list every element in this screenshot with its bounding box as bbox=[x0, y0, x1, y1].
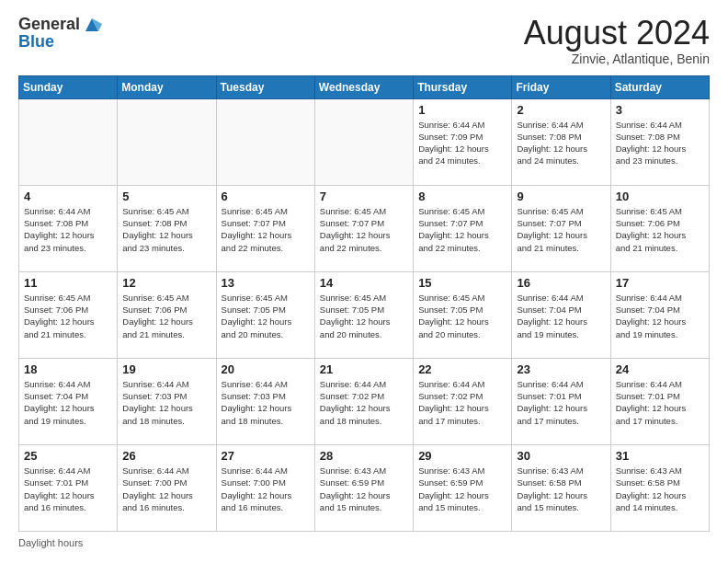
calendar-cell: 19Sunrise: 6:44 AM Sunset: 7:03 PM Dayli… bbox=[118, 358, 216, 444]
day-number: 10 bbox=[616, 190, 704, 203]
calendar-cell: 4Sunrise: 6:44 AM Sunset: 7:08 PM Daylig… bbox=[19, 185, 118, 271]
calendar-cell: 24Sunrise: 6:44 AM Sunset: 7:01 PM Dayli… bbox=[610, 358, 709, 444]
day-header-friday: Friday bbox=[512, 75, 610, 98]
week-row-4: 25Sunrise: 6:44 AM Sunset: 7:01 PM Dayli… bbox=[19, 444, 710, 531]
day-info: Sunrise: 6:44 AM Sunset: 7:04 PM Dayligh… bbox=[517, 292, 605, 340]
day-number: 1 bbox=[418, 103, 506, 117]
logo: General Blue bbox=[18, 15, 102, 52]
calendar-cell: 29Sunrise: 6:43 AM Sunset: 6:59 PM Dayli… bbox=[414, 444, 512, 531]
day-info: Sunrise: 6:43 AM Sunset: 6:58 PM Dayligh… bbox=[517, 465, 605, 513]
day-header-monday: Monday bbox=[118, 75, 216, 98]
day-info: Sunrise: 6:45 AM Sunset: 7:08 PM Dayligh… bbox=[122, 205, 210, 254]
day-number: 27 bbox=[222, 449, 310, 463]
day-info: Sunrise: 6:44 AM Sunset: 7:01 PM Dayligh… bbox=[517, 378, 605, 427]
day-info: Sunrise: 6:44 AM Sunset: 7:01 PM Dayligh… bbox=[24, 465, 112, 513]
calendar-cell: 27Sunrise: 6:44 AM Sunset: 7:00 PM Dayli… bbox=[216, 444, 314, 531]
week-row-1: 4Sunrise: 6:44 AM Sunset: 7:08 PM Daylig… bbox=[19, 185, 710, 271]
day-number: 21 bbox=[320, 362, 408, 376]
day-info: Sunrise: 6:44 AM Sunset: 7:04 PM Dayligh… bbox=[616, 292, 704, 340]
day-info: Sunrise: 6:45 AM Sunset: 7:06 PM Dayligh… bbox=[24, 292, 112, 340]
day-info: Sunrise: 6:44 AM Sunset: 7:08 PM Dayligh… bbox=[616, 119, 704, 167]
logo-icon bbox=[82, 15, 102, 35]
day-info: Sunrise: 6:44 AM Sunset: 7:01 PM Dayligh… bbox=[616, 378, 704, 427]
day-header-sunday: Sunday bbox=[19, 75, 118, 98]
calendar-cell: 22Sunrise: 6:44 AM Sunset: 7:02 PM Dayli… bbox=[414, 358, 512, 444]
calendar-cell: 23Sunrise: 6:44 AM Sunset: 7:01 PM Dayli… bbox=[512, 358, 610, 444]
day-number: 17 bbox=[616, 276, 704, 290]
day-number: 30 bbox=[517, 449, 605, 463]
day-number: 20 bbox=[222, 362, 310, 376]
calendar-cell: 21Sunrise: 6:44 AM Sunset: 7:02 PM Dayli… bbox=[314, 358, 413, 444]
day-number: 22 bbox=[418, 362, 506, 376]
calendar-cell: 2Sunrise: 6:44 AM Sunset: 7:08 PM Daylig… bbox=[512, 98, 610, 185]
day-info: Sunrise: 6:45 AM Sunset: 7:06 PM Dayligh… bbox=[616, 205, 704, 254]
day-number: 4 bbox=[24, 190, 112, 203]
day-info: Sunrise: 6:45 AM Sunset: 7:07 PM Dayligh… bbox=[222, 205, 310, 254]
footer-label: Daylight hours bbox=[18, 537, 83, 548]
day-number: 28 bbox=[320, 449, 408, 463]
day-info: Sunrise: 6:45 AM Sunset: 7:06 PM Dayligh… bbox=[122, 292, 210, 340]
day-info: Sunrise: 6:44 AM Sunset: 7:02 PM Dayligh… bbox=[418, 378, 506, 427]
calendar-cell bbox=[19, 98, 118, 185]
day-number: 11 bbox=[24, 276, 112, 290]
day-number: 16 bbox=[517, 276, 605, 290]
calendar-cell: 5Sunrise: 6:45 AM Sunset: 7:08 PM Daylig… bbox=[118, 185, 216, 271]
day-info: Sunrise: 6:44 AM Sunset: 7:03 PM Dayligh… bbox=[222, 378, 310, 427]
calendar-cell bbox=[216, 98, 314, 185]
calendar-cell: 8Sunrise: 6:45 AM Sunset: 7:07 PM Daylig… bbox=[414, 185, 512, 271]
month-title: August 2024 bbox=[524, 15, 710, 52]
day-number: 26 bbox=[122, 449, 210, 463]
calendar-cell bbox=[314, 98, 413, 185]
calendar-cell: 6Sunrise: 6:45 AM Sunset: 7:07 PM Daylig… bbox=[216, 185, 314, 271]
day-number: 14 bbox=[320, 276, 408, 290]
calendar-cell: 10Sunrise: 6:45 AM Sunset: 7:06 PM Dayli… bbox=[610, 185, 709, 271]
day-info: Sunrise: 6:43 AM Sunset: 6:59 PM Dayligh… bbox=[418, 465, 506, 513]
calendar-cell: 28Sunrise: 6:43 AM Sunset: 6:59 PM Dayli… bbox=[314, 444, 413, 531]
day-info: Sunrise: 6:43 AM Sunset: 6:58 PM Dayligh… bbox=[616, 465, 704, 513]
day-info: Sunrise: 6:44 AM Sunset: 7:09 PM Dayligh… bbox=[418, 119, 506, 167]
calendar-cell: 17Sunrise: 6:44 AM Sunset: 7:04 PM Dayli… bbox=[610, 271, 709, 358]
calendar-cell: 3Sunrise: 6:44 AM Sunset: 7:08 PM Daylig… bbox=[610, 98, 709, 185]
calendar-cell: 15Sunrise: 6:45 AM Sunset: 7:05 PM Dayli… bbox=[414, 271, 512, 358]
week-row-3: 18Sunrise: 6:44 AM Sunset: 7:04 PM Dayli… bbox=[19, 358, 710, 444]
day-number: 3 bbox=[616, 103, 704, 117]
day-info: Sunrise: 6:44 AM Sunset: 7:08 PM Dayligh… bbox=[517, 119, 605, 167]
calendar-cell: 7Sunrise: 6:45 AM Sunset: 7:07 PM Daylig… bbox=[314, 185, 413, 271]
title-block: August 2024 Zinvie, Atlantique, Benin bbox=[524, 15, 710, 66]
day-number: 19 bbox=[122, 362, 210, 376]
day-number: 13 bbox=[222, 276, 310, 290]
header-row: SundayMondayTuesdayWednesdayThursdayFrid… bbox=[19, 75, 710, 98]
day-number: 8 bbox=[418, 190, 506, 203]
day-info: Sunrise: 6:45 AM Sunset: 7:05 PM Dayligh… bbox=[320, 292, 408, 340]
day-info: Sunrise: 6:45 AM Sunset: 7:07 PM Dayligh… bbox=[418, 205, 506, 254]
page: General Blue August 2024 Zinvie, Atlanti… bbox=[0, 0, 728, 563]
day-number: 24 bbox=[616, 362, 704, 376]
calendar-cell: 31Sunrise: 6:43 AM Sunset: 6:58 PM Dayli… bbox=[610, 444, 709, 531]
day-number: 5 bbox=[122, 190, 210, 203]
day-header-thursday: Thursday bbox=[414, 75, 512, 98]
day-header-wednesday: Wednesday bbox=[314, 75, 413, 98]
day-info: Sunrise: 6:44 AM Sunset: 7:04 PM Dayligh… bbox=[24, 378, 112, 427]
day-number: 6 bbox=[222, 190, 310, 203]
day-header-saturday: Saturday bbox=[610, 75, 709, 98]
day-info: Sunrise: 6:44 AM Sunset: 7:00 PM Dayligh… bbox=[222, 465, 310, 513]
day-number: 7 bbox=[320, 190, 408, 203]
day-info: Sunrise: 6:44 AM Sunset: 7:08 PM Dayligh… bbox=[24, 205, 112, 254]
day-number: 2 bbox=[517, 103, 605, 117]
day-info: Sunrise: 6:45 AM Sunset: 7:05 PM Dayligh… bbox=[418, 292, 506, 340]
day-number: 12 bbox=[122, 276, 210, 290]
location: Zinvie, Atlantique, Benin bbox=[524, 52, 710, 66]
calendar-cell: 13Sunrise: 6:45 AM Sunset: 7:05 PM Dayli… bbox=[216, 271, 314, 358]
day-info: Sunrise: 6:45 AM Sunset: 7:07 PM Dayligh… bbox=[320, 205, 408, 254]
calendar-cell: 25Sunrise: 6:44 AM Sunset: 7:01 PM Dayli… bbox=[19, 444, 118, 531]
day-info: Sunrise: 6:45 AM Sunset: 7:05 PM Dayligh… bbox=[222, 292, 310, 340]
week-row-2: 11Sunrise: 6:45 AM Sunset: 7:06 PM Dayli… bbox=[19, 271, 710, 358]
day-number: 31 bbox=[616, 449, 704, 463]
calendar-table: SundayMondayTuesdayWednesdayThursdayFrid… bbox=[18, 75, 710, 532]
day-info: Sunrise: 6:44 AM Sunset: 7:02 PM Dayligh… bbox=[320, 378, 408, 427]
week-row-0: 1Sunrise: 6:44 AM Sunset: 7:09 PM Daylig… bbox=[19, 98, 710, 185]
day-header-tuesday: Tuesday bbox=[216, 75, 314, 98]
calendar-cell bbox=[118, 98, 216, 185]
day-number: 23 bbox=[517, 362, 605, 376]
calendar-cell: 26Sunrise: 6:44 AM Sunset: 7:00 PM Dayli… bbox=[118, 444, 216, 531]
